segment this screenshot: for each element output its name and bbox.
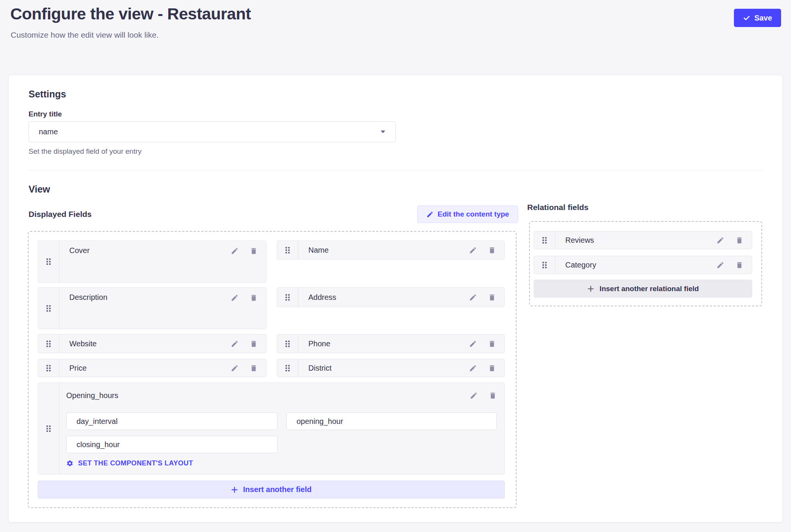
drag-handle-icon[interactable] (277, 334, 298, 353)
drag-handle-icon[interactable] (38, 241, 59, 282)
drag-handle-icon[interactable] (38, 383, 59, 474)
field-label: Address (308, 293, 336, 302)
caret-down-icon (380, 130, 386, 134)
relational-card-reviews[interactable]: Reviews (534, 231, 752, 249)
field-label: Price (69, 364, 87, 373)
drag-handle-icon[interactable] (534, 256, 555, 274)
field-card-district[interactable]: District (277, 359, 505, 377)
field-card-description[interactable]: Description (38, 287, 266, 329)
field-card-name[interactable]: Name (277, 241, 505, 260)
edit-field-icon[interactable] (231, 247, 239, 255)
field-card-price[interactable]: Price (38, 359, 266, 377)
edit-content-type-button[interactable]: Edit the content type (417, 205, 518, 223)
drag-handle-icon[interactable] (534, 231, 555, 249)
delete-field-icon[interactable] (735, 236, 743, 244)
delete-field-icon[interactable] (250, 340, 258, 348)
edit-content-type-label: Edit the content type (438, 210, 509, 218)
edit-field-icon[interactable] (469, 340, 477, 348)
insert-another-relational-field-label: Insert another relational field (600, 285, 699, 293)
field-label: Website (69, 339, 97, 348)
edit-field-icon[interactable] (231, 364, 239, 372)
drag-handle-icon[interactable] (277, 241, 298, 259)
drag-handle-icon[interactable] (38, 359, 59, 377)
displayed-fields-label: Displayed Fields (29, 210, 92, 219)
relational-field-label: Category (565, 261, 596, 269)
edit-field-icon[interactable] (716, 261, 724, 269)
insert-another-field-button[interactable]: Insert another field (38, 481, 505, 499)
delete-field-icon[interactable] (488, 364, 496, 372)
entry-title-help-text: Set the displayed field of your entry (29, 147, 142, 156)
check-icon (743, 14, 750, 22)
delete-field-icon[interactable] (488, 340, 496, 348)
pencil-icon (426, 211, 434, 218)
field-label: District (308, 364, 332, 373)
field-label: Name (308, 246, 329, 255)
plus-icon (587, 285, 595, 293)
drag-handle-icon[interactable] (38, 288, 59, 329)
relational-fields-heading: Relational fields (527, 203, 588, 212)
delete-field-icon[interactable] (488, 293, 496, 301)
relational-field-label: Reviews (565, 236, 594, 245)
edit-field-icon[interactable] (716, 236, 724, 244)
field-label: Description (69, 293, 107, 302)
view-heading: View (29, 184, 50, 195)
component-subfield-day-interval[interactable]: day_interval (66, 413, 277, 430)
field-card-cover[interactable]: Cover (38, 241, 266, 283)
drag-handle-icon[interactable] (277, 359, 298, 377)
insert-another-relational-field-button[interactable]: Insert another relational field (534, 280, 752, 298)
entry-title-select[interactable]: name (29, 121, 396, 142)
drag-handle-icon[interactable] (38, 334, 59, 353)
relational-card-category[interactable]: Category (534, 256, 752, 274)
entry-title-selected-value: name (39, 127, 58, 136)
field-label: Phone (308, 339, 330, 348)
edit-field-icon[interactable] (231, 294, 239, 302)
field-card-phone[interactable]: Phone (277, 334, 505, 353)
delete-field-icon[interactable] (250, 364, 258, 372)
edit-field-icon[interactable] (469, 293, 477, 301)
set-component-layout-link[interactable]: SET THE COMPONENT'S LAYOUT (66, 459, 193, 467)
component-label: Opening_hours (66, 391, 118, 400)
section-divider (29, 170, 762, 170)
save-button[interactable]: Save (734, 9, 781, 27)
field-label: Cover (69, 246, 89, 255)
field-card-website[interactable]: Website (38, 334, 266, 353)
plus-icon (231, 486, 238, 494)
edit-field-icon[interactable] (470, 392, 478, 400)
edit-field-icon[interactable] (469, 246, 477, 254)
edit-field-icon[interactable] (469, 364, 477, 372)
field-card-opening-hours[interactable]: Opening_hours day_interval opening_hour … (38, 382, 505, 475)
set-component-layout-label: SET THE COMPONENT'S LAYOUT (78, 459, 193, 467)
delete-field-icon[interactable] (489, 392, 497, 400)
gear-icon (66, 460, 73, 467)
settings-heading: Settings (29, 89, 66, 100)
field-card-address[interactable]: Address (277, 287, 505, 307)
delete-field-icon[interactable] (488, 246, 496, 254)
edit-field-icon[interactable] (231, 340, 239, 348)
delete-field-icon[interactable] (735, 261, 743, 269)
insert-another-field-label: Insert another field (243, 485, 311, 494)
entry-title-label: Entry title (29, 110, 62, 118)
drag-handle-icon[interactable] (277, 288, 298, 307)
page-subtitle: Customize how the edit view will look li… (11, 30, 159, 40)
save-button-label: Save (754, 14, 772, 22)
delete-field-icon[interactable] (250, 247, 258, 255)
page-title: Configure the view - Restaurant (10, 5, 251, 23)
component-subfield-closing-hour[interactable]: closing_hour (66, 436, 277, 453)
delete-field-icon[interactable] (250, 294, 258, 302)
component-subfield-opening-hour[interactable]: opening_hour (286, 413, 497, 430)
